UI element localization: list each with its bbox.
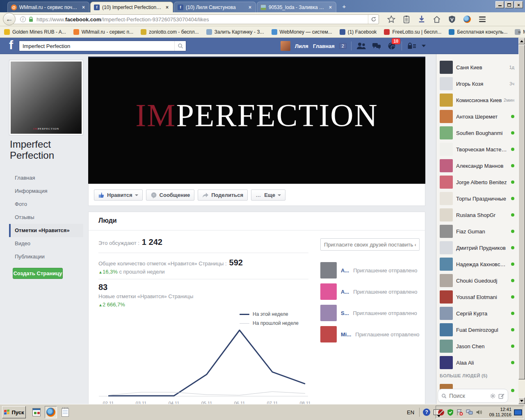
menu-icon[interactable] [477,14,487,24]
search-input[interactable] [19,43,174,49]
page-profile-photo[interactable]: IMPERFECTION [9,60,83,135]
bookmark-item[interactable]: Залить Картинку - З... [206,29,264,35]
invited-friend-name[interactable]: Mi... [341,331,351,338]
chat-settings-gear-icon[interactable] [490,393,496,399]
addon-sphere-icon[interactable] [462,14,472,24]
tab-wmmail[interactable]: @ WMmail.ru - сервис почтовы... × [7,2,89,12]
chat-contact[interactable]: Комиссионка Киев 2мин [436,92,518,108]
bookmark-item[interactable]: zonlotto.com - беспл... [141,29,199,35]
scroll-up-arrow[interactable] [518,38,525,44]
chat-contact[interactable]: Jason Chen [436,338,518,354]
facebook-search[interactable] [19,41,186,51]
chat-search-bar[interactable] [438,389,508,403]
tab-close-icon[interactable]: × [81,5,86,10]
chat-contact[interactable]: Fiaz Guman [436,223,518,240]
tray-shield-icon[interactable] [447,409,454,416]
user-name-link[interactable]: Лиля [295,43,308,49]
cover-photo[interactable]: IMPERFECTION [88,57,425,184]
quick-launch-app-icon[interactable] [30,406,43,418]
chat-contact[interactable]: Chouki Guedoudj [436,272,518,289]
tray-volume-icon[interactable] [476,409,483,415]
tab-imperfect-perfection[interactable]: f (10) Imperfect Perfection - О... × [90,2,173,12]
facebook-logo[interactable]: f [9,38,13,52]
notepad-taskbar-icon[interactable] [59,406,71,418]
bookmarks-overflow-chevron[interactable]: » [518,29,521,35]
chat-contact[interactable]: Youssaf Elotmani [436,289,518,305]
avatar[interactable] [320,283,337,300]
language-indicator[interactable]: EN [405,409,416,415]
bookmark-item[interactable]: (1) Facebook [340,29,377,35]
tab-close-icon[interactable]: × [165,5,169,10]
address-bar[interactable]: i https://www.facebook.com/Imperfect-Per… [12,14,379,24]
tray-display-icon[interactable] [514,409,522,415]
new-tab-button[interactable]: + [339,3,349,11]
chat-contact[interactable]: Торты Праздничные [436,190,518,207]
tray-red-circle-icon[interactable] [438,409,445,416]
minimize-button[interactable] [495,1,504,8]
reload-button[interactable] [368,15,379,24]
invite-friends-input[interactable] [320,238,420,251]
home-icon[interactable] [432,14,442,24]
share-button[interactable]: Поделиться [198,189,248,201]
account-menu-caret-icon[interactable] [422,45,426,47]
notifications-icon[interactable]: 10 [386,41,397,51]
back-button[interactable]: ← [3,13,16,25]
bookmark-item[interactable]: Бесплатная консуль... [449,29,507,35]
firefox-taskbar-icon[interactable] [45,406,57,418]
privacy-shortcuts-icon[interactable] [406,41,417,51]
tab-close-icon[interactable]: × [328,5,333,10]
chat-contact[interactable]: Ruslana ShopGr [436,207,518,223]
bookmark-item[interactable]: WMmail.ru - сервис п... [73,29,133,35]
invited-friend-name[interactable]: A... [341,289,349,295]
scroll-down-arrow[interactable] [518,397,525,404]
bookmark-star-icon[interactable] [386,14,396,24]
search-icon[interactable] [174,41,186,51]
restore-button[interactable] [505,1,514,8]
tray-network-icon[interactable] [466,409,473,415]
more-button[interactable]: … Еще [251,189,285,201]
chat-contact[interactable]: Творческая Мастерс... [436,141,518,158]
bookmark-item[interactable]: WebMoney — систем... [272,29,332,35]
site-info-icon[interactable]: i [20,16,26,22]
page-nav-item[interactable]: Главная [9,171,83,185]
tab-close-icon[interactable]: × [248,5,252,10]
chat-search-input[interactable] [449,393,487,399]
page-nav-item[interactable]: Фото [9,198,83,211]
like-button[interactable]: Нравится [94,189,143,201]
chat-contact[interactable]: Fuat Demirozogul [436,322,518,338]
home-link[interactable]: Главная [313,43,335,49]
page-nav-item[interactable]: Информация [9,185,83,198]
bookmark-item[interactable]: Golden Mines RUB - A... [4,29,66,35]
friend-requests-icon[interactable] [356,41,367,51]
message-button[interactable]: Сообщение [146,189,195,201]
avatar[interactable] [320,326,337,342]
chat-contact[interactable]: Саня Киев 1д [436,59,518,75]
avatar[interactable] [320,305,337,321]
tab-lilya[interactable]: f (10) Лиля Свистунова × [174,2,256,12]
bookmark-item[interactable]: FreeLotto.su | беспл... [384,29,441,35]
chat-contact[interactable]: Alaa Ali [436,354,518,371]
start-button[interactable]: Пуск [2,406,26,418]
chat-contact[interactable]: Soufien Boughanmi [436,125,518,141]
tab-loda[interactable]: 90535_loda - Заливка удала... × [257,2,336,12]
page-scrollbar[interactable] [518,38,525,404]
invited-friend-name[interactable]: A... [341,267,349,274]
user-avatar[interactable] [281,41,290,51]
page-nav-item[interactable]: Видео [9,237,83,250]
tray-security-alert-flag-icon[interactable] [456,409,463,416]
new-message-icon[interactable] [498,393,504,399]
clock[interactable]: 12:4109.11.2016 [486,407,511,418]
library-icon[interactable] [402,14,411,24]
page-nav-item[interactable]: Отзывы [9,211,83,224]
chat-contact[interactable]: Jorge Alberto Benitez [436,174,518,190]
messages-icon[interactable] [371,41,382,51]
invited-friend-name[interactable]: S... [341,310,349,316]
create-page-button[interactable]: Создать Страницу [13,268,63,279]
scrollbar-thumb[interactable] [518,45,525,379]
chat-contact[interactable]: Александр Маннов [436,158,518,174]
page-nav-item[interactable]: Отметки «Нравится» [9,224,83,237]
downloads-icon[interactable] [417,14,427,24]
avatar[interactable] [320,262,337,278]
page-nav-item[interactable]: Публикации [9,250,83,263]
chat-contact[interactable]: Игорь Козя 3ч [436,75,518,92]
